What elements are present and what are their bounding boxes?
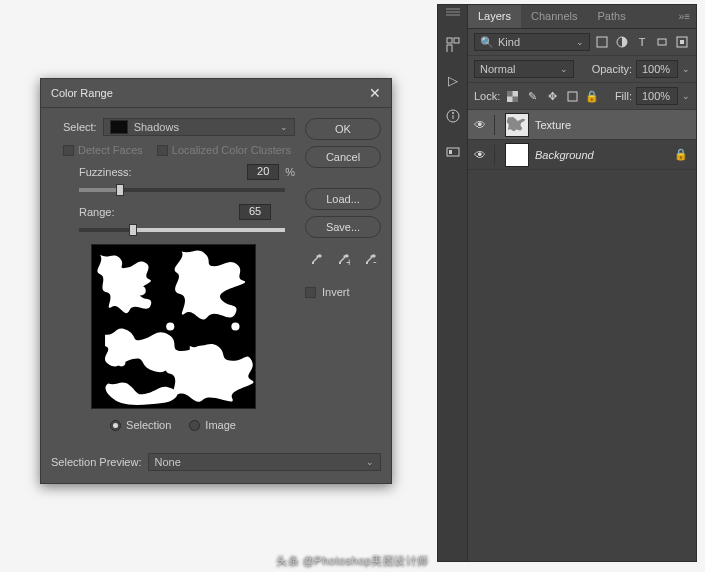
fuzziness-input[interactable]: 20	[247, 164, 279, 180]
svg-point-21	[166, 322, 174, 330]
layer-thumbnail[interactable]	[505, 143, 529, 167]
svg-rect-14	[507, 91, 513, 97]
fill-value: 100%	[642, 90, 670, 102]
radio-icon	[189, 420, 200, 431]
layer-row[interactable]: 👁 Background 🔒	[468, 140, 696, 170]
checkbox-icon	[305, 287, 316, 298]
filter-kind-label: Kind	[498, 36, 520, 48]
svg-point-22	[231, 322, 239, 330]
lock-position-icon[interactable]: ✥	[544, 88, 560, 104]
cancel-button[interactable]: Cancel	[305, 146, 381, 168]
selection-preview[interactable]	[91, 244, 256, 409]
info-tab-icon[interactable]	[444, 107, 462, 125]
layer-thumbnail[interactable]	[505, 113, 529, 137]
svg-rect-7	[449, 150, 452, 154]
dialog-titlebar[interactable]: Color Range ✕	[41, 79, 391, 108]
lock-all-icon[interactable]: 🔒	[584, 88, 600, 104]
select-dropdown[interactable]: Shadows ⌄	[103, 118, 295, 136]
eyedropper-subtract-icon[interactable]: -	[360, 250, 381, 270]
radio-selection-label: Selection	[126, 419, 171, 431]
localized-clusters-checkbox: Localized Color Clusters	[157, 144, 291, 156]
chevron-down-icon[interactable]: ⌄	[682, 91, 690, 101]
lock-icon: 🔒	[674, 148, 688, 161]
visibility-toggle-icon[interactable]: 👁	[472, 117, 488, 133]
attribution-text: 头条 @Photoshop美图设计师	[276, 553, 429, 568]
svg-point-20	[204, 297, 214, 307]
eyedropper-icon[interactable]	[305, 250, 326, 270]
select-value: Shadows	[134, 121, 179, 133]
svg-rect-6	[447, 148, 459, 156]
range-slider[interactable]	[79, 228, 285, 232]
svg-point-23	[117, 358, 125, 366]
lock-artboard-icon[interactable]	[564, 88, 580, 104]
layer-name[interactable]: Background	[535, 149, 594, 161]
lock-transparency-icon[interactable]	[504, 88, 520, 104]
chevron-down-icon: ⌄	[576, 37, 584, 47]
attribution-watermark: 头条 @Photoshop美图设计师	[276, 553, 429, 568]
layers-panel: ▷ Layers Channels Paths »≡ 🔍 Kind ⌄ T	[437, 4, 697, 562]
divider	[494, 145, 495, 165]
selection-preview-dropdown[interactable]: None ⌄	[148, 453, 382, 471]
layer-row[interactable]: 👁 Texture	[468, 110, 696, 140]
actions-tab-icon[interactable]	[444, 143, 462, 161]
svg-rect-2	[447, 45, 452, 52]
chevron-down-icon: ⌄	[560, 64, 568, 74]
divider	[494, 115, 495, 135]
layers-list: 👁 Texture 👁 Background 🔒	[468, 110, 696, 561]
visibility-toggle-icon[interactable]: 👁	[472, 147, 488, 163]
radio-image-label: Image	[205, 419, 236, 431]
opacity-label: Opacity:	[592, 63, 632, 75]
dialog-left-column: Select: Shadows ⌄ Detect Faces Localized	[51, 118, 295, 439]
chevron-down-icon[interactable]: ⌄	[682, 64, 690, 74]
filter-type-icons: T	[594, 34, 690, 50]
invert-checkbox[interactable]: Invert	[305, 286, 381, 298]
history-tab-icon[interactable]: ▷	[444, 71, 462, 89]
filter-adjustment-icon[interactable]	[614, 34, 630, 50]
layer-name[interactable]: Texture	[535, 119, 571, 131]
preview-mode-selection-radio[interactable]: Selection	[110, 419, 171, 431]
lock-label: Lock:	[474, 90, 500, 102]
slider-thumb-icon[interactable]	[116, 184, 124, 196]
lock-pixels-icon[interactable]: ✎	[524, 88, 540, 104]
ok-button[interactable]: OK	[305, 118, 381, 140]
dialog-title: Color Range	[51, 87, 113, 99]
fuzziness-slider[interactable]	[79, 188, 285, 192]
load-button[interactable]: Load...	[305, 188, 381, 210]
eyedropper-group: + -	[305, 250, 381, 270]
blend-mode-value: Normal	[480, 63, 515, 75]
range-input[interactable]: 65	[239, 204, 271, 220]
filter-kind-select[interactable]: 🔍 Kind ⌄	[474, 33, 590, 51]
shadows-swatch-icon	[110, 120, 128, 134]
range-label: Range:	[79, 206, 114, 218]
panel-flyout-menu-icon[interactable]: »≡	[679, 11, 690, 22]
tab-channels[interactable]: Channels	[521, 5, 587, 28]
blend-opacity-row: Normal ⌄ Opacity: 100% ⌄	[468, 56, 696, 83]
layer-filter-row: 🔍 Kind ⌄ T	[468, 29, 696, 56]
selection-preview-row: Selection Preview: None ⌄	[41, 453, 391, 483]
checkbox-icon	[157, 145, 168, 156]
slider-thumb-icon[interactable]	[129, 224, 137, 236]
detect-faces-checkbox: Detect Faces	[63, 144, 143, 156]
panel-grip-icon[interactable]	[446, 11, 460, 13]
filter-type-icon[interactable]: T	[634, 34, 650, 50]
save-button[interactable]: Save...	[305, 216, 381, 238]
close-icon[interactable]: ✕	[369, 85, 381, 101]
tab-layers[interactable]: Layers	[468, 5, 521, 28]
tab-paths[interactable]: Paths	[588, 5, 636, 28]
properties-tab-icon[interactable]	[444, 35, 462, 53]
filter-shape-icon[interactable]	[654, 34, 670, 50]
blend-mode-select[interactable]: Normal ⌄	[474, 60, 574, 78]
svg-rect-15	[512, 96, 518, 102]
fill-field[interactable]: 100%	[636, 87, 678, 105]
filter-pixel-icon[interactable]	[594, 34, 610, 50]
svg-text:+: +	[346, 256, 350, 267]
filter-smart-icon[interactable]	[674, 34, 690, 50]
select-label: Select:	[63, 121, 97, 133]
preview-mode-image-radio[interactable]: Image	[189, 419, 236, 431]
svg-point-24	[172, 368, 180, 376]
opacity-field[interactable]: 100%	[636, 60, 678, 78]
fill-label: Fill:	[615, 90, 632, 102]
checkbox-icon	[63, 145, 74, 156]
svg-point-5	[452, 112, 454, 114]
eyedropper-add-icon[interactable]: +	[332, 250, 353, 270]
